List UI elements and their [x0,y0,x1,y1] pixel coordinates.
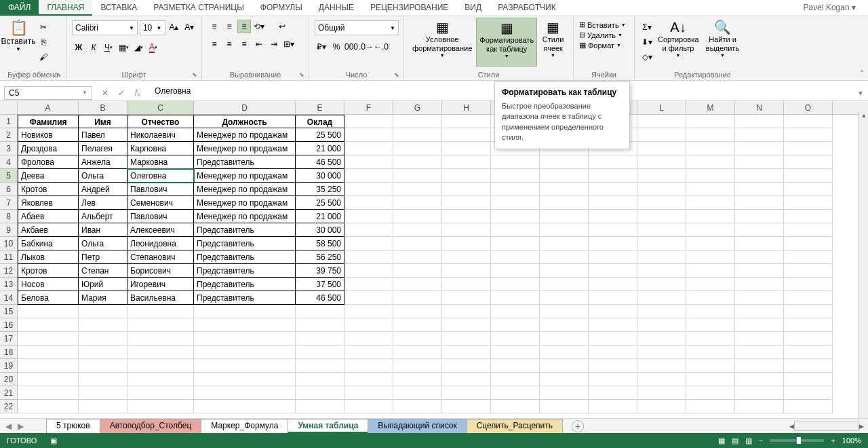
cell[interactable]: Представитель [194,250,296,264]
cell[interactable] [491,332,540,346]
cell[interactable] [735,346,784,359]
cell[interactable] [393,305,442,318]
cell[interactable] [344,386,393,400]
col-header-C[interactable]: C [127,101,194,114]
cell[interactable] [784,210,833,223]
fill-color-button[interactable]: ◢▾ [132,41,145,54]
tab-review[interactable]: РЕЦЕНЗИРОВАНИЕ [362,0,456,16]
cell[interactable] [735,237,784,250]
cell[interactable] [344,128,393,142]
cell[interactable]: Алексеевич [127,223,194,237]
cell[interactable]: 39 750 [296,264,344,278]
cell[interactable] [686,305,735,318]
row-header[interactable]: 17 [0,332,18,346]
cell[interactable] [637,359,686,373]
cell[interactable] [442,278,491,291]
view-page-break-button[interactable]: ▥ [745,436,752,445]
cell[interactable] [344,223,393,237]
cell[interactable] [589,155,637,169]
sheet-tab[interactable]: Выпадающий список [368,419,467,433]
cell[interactable] [393,210,442,223]
cell[interactable] [79,400,127,413]
orientation-button[interactable]: ⟲▾ [252,20,266,33]
cell[interactable] [393,128,442,142]
cell[interactable]: Васильевна [127,291,194,305]
tab-view[interactable]: ВИД [456,0,490,16]
cell[interactable] [784,278,833,291]
row-header[interactable]: 15 [0,305,18,318]
cell[interactable] [442,373,491,386]
cell[interactable]: 58 500 [296,237,344,250]
cell[interactable] [735,115,784,128]
decrease-decimal-button[interactable]: ←.0 [374,40,388,54]
row-header[interactable]: 14 [0,291,18,305]
cell[interactable]: Фролова [18,155,79,169]
cell[interactable] [127,386,194,400]
cell[interactable] [637,210,686,223]
cell[interactable]: Менеджер по продажам [194,183,296,196]
cell[interactable] [540,278,589,291]
cell[interactable] [393,346,442,359]
cell[interactable]: Представитель [194,278,296,291]
cell[interactable] [784,142,833,155]
cell[interactable] [491,183,540,196]
cell[interactable]: Лев [79,196,127,210]
add-sheet-button[interactable]: + [572,420,584,432]
cell[interactable] [784,318,833,332]
cell[interactable] [344,373,393,386]
cell[interactable] [589,305,637,318]
expand-formula-button[interactable]: ▾ [859,88,863,98]
cell[interactable] [686,169,735,183]
cell[interactable] [686,128,735,142]
cell[interactable] [784,346,833,359]
cell[interactable] [637,332,686,346]
cell[interactable] [296,346,344,359]
cell[interactable]: Лыков [18,250,79,264]
col-header-O[interactable]: O [784,101,833,114]
cell[interactable] [442,305,491,318]
cell[interactable] [589,250,637,264]
cell[interactable] [784,386,833,400]
cell[interactable] [79,359,127,373]
cell[interactable] [442,155,491,169]
cell[interactable] [637,386,686,400]
cell[interactable] [735,223,784,237]
cell[interactable] [296,373,344,386]
cell[interactable]: Ольга [79,169,127,183]
cell[interactable] [18,400,79,413]
underline-button[interactable]: Ч▾ [102,41,115,54]
cell[interactable] [686,250,735,264]
cell-styles-button[interactable]: ▦ Стили ячеек▼ [537,18,569,67]
cell[interactable]: Акбаев [18,223,79,237]
cell[interactable] [393,115,442,128]
number-format-selector[interactable]: Общий▼ [315,20,399,35]
cell[interactable] [442,210,491,223]
zoom-value[interactable]: 100% [842,436,861,445]
cell[interactable] [735,305,784,318]
cell[interactable]: 37 500 [296,278,344,291]
cell[interactable] [127,373,194,386]
col-header-F[interactable]: F [344,101,393,114]
cell[interactable] [393,386,442,400]
cell[interactable] [637,278,686,291]
cell[interactable]: 30 000 [296,223,344,237]
name-box[interactable]: C5▼ [4,86,92,100]
sheet-tab[interactable]: Автоподбор_Столбец [100,419,202,433]
cell[interactable]: Новиков [18,128,79,142]
cell[interactable] [784,332,833,346]
autosum-button[interactable]: Σ▾ [640,20,654,34]
cell[interactable] [194,386,296,400]
cell[interactable]: Карповна [127,142,194,155]
cell[interactable] [491,318,540,332]
sheet-tab[interactable]: Умная таблица [288,419,368,433]
clipboard-launcher[interactable]: ⬊ [56,71,63,78]
row-header[interactable]: 5 [0,169,18,183]
decrease-font-button[interactable]: A▾ [182,20,196,34]
cell[interactable] [784,169,833,183]
align-right-button[interactable]: ≡ [237,37,251,51]
wrap-text-button[interactable]: ↩ [275,20,289,33]
cell[interactable]: Семенович [127,196,194,210]
cell[interactable] [491,278,540,291]
cell[interactable] [686,142,735,155]
row-header[interactable]: 19 [0,359,18,373]
